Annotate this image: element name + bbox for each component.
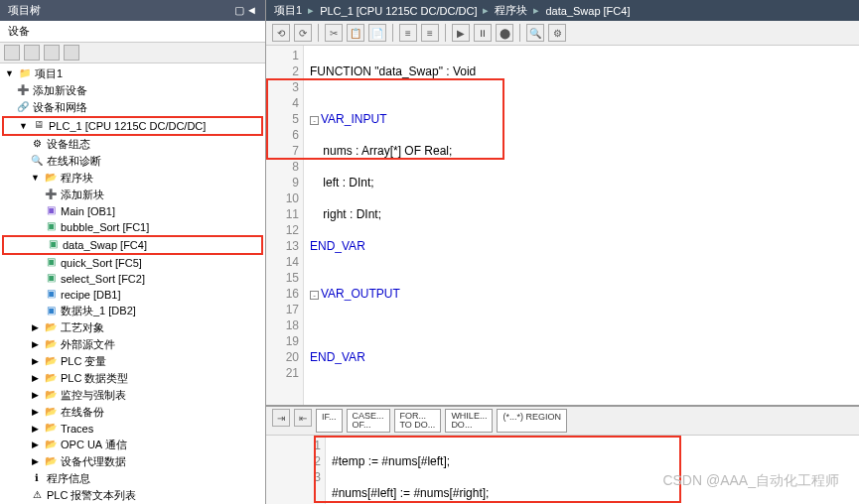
tree-data-swap[interactable]: ▣data_Swap [FC4]: [2, 235, 263, 255]
project-tree: ▼📁项目1 ➕添加新设备 🔗设备和网络 ▼🖥PLC_1 [CPU 1215C D…: [0, 63, 265, 504]
tool-10[interactable]: ⬤: [496, 24, 513, 42]
bottom-gutter: 123: [266, 436, 326, 504]
bc-plc[interactable]: PLC_1 [CPU 1215C DC/DC/DC]: [320, 5, 477, 17]
bcode-line-2: #nums[#left] := #nums[#right];: [332, 485, 489, 501]
code-line-6: right : DInt;: [310, 206, 476, 222]
snippet-if[interactable]: IF...: [316, 409, 343, 433]
snippet-for[interactable]: FOR... TO DO...: [394, 409, 442, 433]
tb-btn-3[interactable]: [44, 45, 60, 61]
code-line-7: END_VAR: [310, 238, 476, 254]
code-editor[interactable]: 123456789101112131415161718192021 FUNCTI…: [266, 46, 859, 405]
tree-ext-src[interactable]: ▶📂外部源文件: [2, 336, 263, 353]
tree-plc1[interactable]: ▼🖥PLC_1 [CPU 1215C DC/DC/DC]: [2, 116, 263, 136]
tree-devices-network[interactable]: 🔗设备和网络: [2, 99, 263, 116]
bc-project[interactable]: 项目1: [274, 3, 302, 18]
snippet-case[interactable]: CASE... OF...: [347, 409, 390, 433]
bc-blocks[interactable]: 程序块: [495, 3, 527, 18]
left-panel: 项目树 ▢ ◄ 设备 ▼📁项目1 ➕添加新设备 🔗设备和网络 ▼🖥PLC_1 […: [0, 0, 266, 504]
bottom-code-editor[interactable]: 123 #temp := #nums[#left]; #nums[#left] …: [266, 436, 859, 504]
tree-tech-obj[interactable]: ▶📂工艺对象: [2, 319, 263, 336]
code-line-10: [310, 317, 476, 333]
snippet-while[interactable]: WHILE... DO...: [445, 409, 493, 433]
tool-5[interactable]: 📄: [368, 24, 386, 42]
tree-alarm-text[interactable]: ⚠PLC 报警文本列表: [2, 487, 263, 504]
bottom-code-text[interactable]: #temp := #nums[#left]; #nums[#left] := #…: [326, 436, 495, 504]
tree-main[interactable]: ▣Main [OB1]: [2, 203, 263, 219]
tree-online-backup[interactable]: ▶📂在线备份: [2, 404, 263, 421]
tb-btn-2[interactable]: [24, 45, 40, 61]
tb-btn-4[interactable]: [64, 45, 79, 61]
tree-plc-types[interactable]: ▶📂PLC 数据类型: [2, 370, 263, 387]
bcode-line-1: #temp := #nums[#left];: [332, 453, 489, 469]
tb-btn-1[interactable]: [4, 45, 20, 61]
tree-bubble-sort[interactable]: ▣bubble_Sort [FC1]: [2, 219, 263, 235]
tree-traces[interactable]: ▶📂Traces: [2, 421, 263, 437]
sidebar-toolbar: [0, 43, 265, 63]
line-gutter: 123456789101112131415161718192021: [266, 46, 304, 405]
tree-select-sort[interactable]: ▣select_Sort [FC2]: [2, 271, 263, 287]
snippet-indent-in[interactable]: ⇥: [272, 409, 290, 427]
tree-opcua[interactable]: ▶📂OPC UA 通信: [2, 437, 263, 453]
code-line-5: left : DInt;: [310, 175, 476, 190]
snippet-region[interactable]: (*...*) REGION: [497, 409, 567, 433]
tool-12[interactable]: ⚙: [548, 24, 566, 42]
tree-add-block[interactable]: ➕添加新块: [2, 187, 263, 203]
tree-recipe-db[interactable]: ▣recipe [DB1]: [2, 287, 263, 303]
code-line-9: -VAR_OUTPUT: [310, 286, 476, 302]
tree-datablock-1[interactable]: ▣数据块_1 [DB2]: [2, 303, 263, 319]
code-line-3: -VAR_INPUT: [310, 111, 476, 127]
bc-current: data_Swap [FC4]: [545, 5, 630, 17]
tree-quick-sort[interactable]: ▣quick_Sort [FC5]: [2, 255, 263, 271]
tool-1[interactable]: ⟲: [272, 24, 290, 42]
editor-toolbar: ⟲ ⟳ ✂ 📋 📄 ≡ ≡ ▶ ⏸ ⬤ 🔍 ⚙: [266, 21, 859, 46]
code-text[interactable]: FUNCTION "data_Swap" : Void -VAR_INPUT n…: [304, 46, 482, 405]
sidebar-header: 项目树 ▢ ◄: [0, 0, 265, 21]
tool-6[interactable]: ≡: [399, 24, 417, 42]
collapse-sidebar-button[interactable]: ◄: [246, 4, 257, 17]
tree-root[interactable]: ▼📁项目1: [2, 65, 263, 82]
tree-add-device[interactable]: ➕添加新设备: [2, 82, 263, 99]
bottom-panel: ⇥ ⇤ IF... CASE... OF... FOR... TO DO... …: [266, 405, 859, 504]
tree-plc-vars[interactable]: ▶📂PLC 变量: [2, 353, 263, 370]
tool-8[interactable]: ▶: [452, 24, 470, 42]
tool-4[interactable]: 📋: [347, 24, 364, 42]
pin-icon[interactable]: ▢: [234, 4, 244, 17]
tree-proxy[interactable]: ▶📂设备代理数据: [2, 453, 263, 470]
tree-prog-info[interactable]: ℹ程序信息: [2, 470, 263, 487]
devices-tab[interactable]: 设备: [0, 21, 265, 43]
snippet-indent-out[interactable]: ⇤: [294, 409, 312, 427]
tree-device-config[interactable]: ⚙设备组态: [2, 136, 263, 153]
tree-prog-blocks[interactable]: ▼📂程序块: [2, 170, 263, 187]
snippet-bar: ⇥ ⇤ IF... CASE... OF... FOR... TO DO... …: [266, 407, 859, 436]
tree-online-diag[interactable]: 🔍在线和诊断: [2, 153, 263, 170]
code-line-11: END_VAR: [310, 349, 476, 365]
code-line-12: [310, 381, 476, 397]
code-line-4: nums : Array[*] OF Real;: [310, 143, 476, 159]
tool-3[interactable]: ✂: [325, 24, 343, 42]
code-line-1: FUNCTION "data_Swap" : Void: [310, 63, 476, 79]
tool-2[interactable]: ⟳: [294, 24, 312, 42]
tool-9[interactable]: ⏸: [474, 24, 492, 42]
tool-7[interactable]: ≡: [421, 24, 439, 42]
tool-11[interactable]: 🔍: [526, 24, 544, 42]
right-panel: 项目1▸ PLC_1 [CPU 1215C DC/DC/DC]▸ 程序块▸ da…: [266, 0, 859, 504]
tree-watch-force[interactable]: ▶📂监控与强制表: [2, 387, 263, 404]
sidebar-title: 项目树: [8, 3, 41, 18]
breadcrumb: 项目1▸ PLC_1 [CPU 1215C DC/DC/DC]▸ 程序块▸ da…: [266, 0, 859, 21]
